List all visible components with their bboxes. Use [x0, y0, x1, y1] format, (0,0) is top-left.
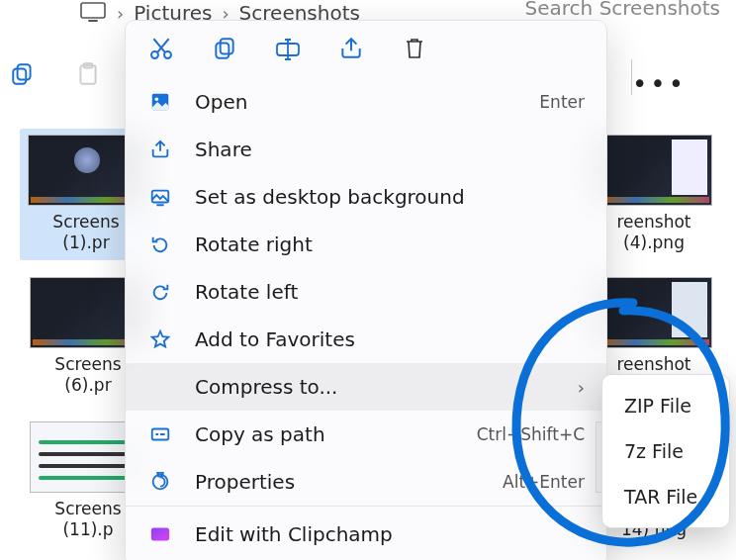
- search-input[interactable]: Search Screenshots: [525, 0, 720, 20]
- svg-point-7: [164, 51, 171, 58]
- menu-set-wallpaper[interactable]: Set as desktop background: [126, 173, 606, 221]
- menu-properties[interactable]: Properties Alt+Enter: [126, 458, 606, 506]
- open-icon: [147, 91, 173, 113]
- file-name-label: reenshot(4).png: [592, 212, 716, 254]
- menu-label: Edit with Clipchamp: [195, 522, 393, 546]
- svg-point-6: [151, 51, 158, 58]
- file-name-label: reenshot: [592, 354, 716, 375]
- menu-share[interactable]: Share: [126, 126, 606, 173]
- toolbar-left: [10, 61, 101, 87]
- paste-icon[interactable]: [75, 61, 101, 87]
- share-icon: [147, 139, 173, 160]
- shortcut-label: Enter: [539, 92, 585, 112]
- rename-icon[interactable]: [274, 35, 302, 62]
- copy-icon[interactable]: [10, 61, 36, 87]
- file-tile[interactable]: reenshot: [592, 277, 716, 375]
- file-tile[interactable]: reenshot(4).png: [592, 135, 716, 254]
- menu-compress-to[interactable]: Compress to... ›: [126, 363, 606, 411]
- submenu-zip[interactable]: ZIP File: [602, 383, 729, 428]
- menu-open[interactable]: Open Enter: [126, 78, 606, 126]
- shortcut-label: Alt+Enter: [503, 472, 585, 492]
- rotate-left-icon: [147, 281, 173, 303]
- delete-icon[interactable]: [401, 35, 428, 62]
- menu-label: Set as desktop background: [195, 185, 465, 209]
- context-toolbar: [126, 21, 606, 78]
- svg-rect-8: [221, 39, 233, 53]
- menu-copy-as-path[interactable]: Copy as path Ctrl+Shift+C: [126, 411, 606, 458]
- pc-icon[interactable]: [79, 1, 107, 25]
- svg-rect-0: [81, 3, 105, 18]
- clipchamp-icon: [147, 523, 173, 545]
- menu-label: Copy as path: [195, 422, 325, 446]
- shortcut-label: Ctrl+Shift+C: [477, 424, 585, 444]
- context-menu: Open Enter Share Set as desktop backgrou…: [125, 20, 607, 560]
- more-button[interactable]: •••: [632, 69, 687, 99]
- menu-add-favorites[interactable]: Add to Favorites: [126, 316, 606, 363]
- menu-label: Properties: [195, 470, 295, 494]
- wallpaper-icon: [147, 186, 173, 208]
- svg-rect-1: [88, 20, 98, 22]
- separator: [126, 506, 606, 507]
- chevron-right-icon: ›: [578, 377, 585, 398]
- menu-rotate-right[interactable]: Rotate right: [126, 221, 606, 268]
- menu-label: Share: [195, 138, 252, 161]
- rotate-right-icon: [147, 233, 173, 255]
- star-icon: [147, 328, 173, 350]
- share-icon[interactable]: [337, 35, 365, 62]
- cut-icon[interactable]: [147, 35, 175, 62]
- svg-rect-16: [151, 528, 169, 541]
- svg-rect-2: [18, 64, 31, 79]
- compress-submenu: ZIP File 7z File TAR File: [601, 374, 730, 528]
- menu-label: Open: [195, 90, 247, 114]
- menu-label: Add to Favorites: [195, 327, 355, 351]
- submenu-7z[interactable]: 7z File: [602, 428, 729, 474]
- properties-icon: [147, 471, 173, 493]
- menu-label: Rotate right: [195, 233, 313, 256]
- copy-icon[interactable]: [211, 35, 238, 62]
- svg-rect-3: [13, 69, 26, 84]
- svg-rect-9: [216, 44, 229, 58]
- svg-point-12: [155, 97, 159, 101]
- menu-label: Rotate left: [195, 280, 298, 304]
- submenu-tar[interactable]: TAR File: [602, 474, 729, 519]
- menu-edit-clipchamp[interactable]: Edit with Clipchamp: [126, 511, 606, 558]
- menu-rotate-left[interactable]: Rotate left: [126, 268, 606, 316]
- copy-path-icon: [147, 423, 173, 445]
- menu-label: Compress to...: [195, 375, 337, 399]
